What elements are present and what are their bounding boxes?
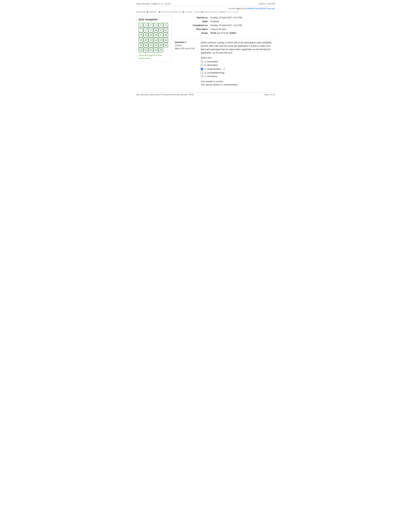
nav-btn-32[interactable]: 32: [144, 48, 148, 52]
nav-btn-6[interactable]: 6: [164, 23, 168, 28]
page-title-top: Psych 28 Quiz: Chapter 5, 6, 7, 8 & 9: [136, 3, 171, 5]
answer-option-e: e. constancy.: [201, 75, 275, 77]
nav-btn-18[interactable]: 18: [164, 33, 168, 38]
radio-b[interactable]: [201, 64, 203, 66]
option-label-e: e. constancy.: [205, 75, 218, 77]
grade-value: 70.00 out of 70.00 (100%): [209, 31, 275, 35]
nav-btn-1[interactable]: 1: [139, 23, 143, 28]
nav-btn-26[interactable]: 26: [144, 43, 148, 48]
nav-btn-29[interactable]: 29: [159, 43, 163, 48]
footer-page: Page 1 of 16: [264, 94, 275, 96]
nav-btn-27[interactable]: 27: [149, 43, 153, 48]
feedback-correct: Your answer is correct.: [201, 80, 275, 83]
nav-btn-3[interactable]: 3: [149, 23, 153, 28]
quiz-nav-title: Quiz navigation: [139, 18, 169, 21]
question-meta: Question 1 Correct Mark 2.00 out of 2.00: [175, 41, 197, 86]
breadcrumb-sep-4: ▶: [202, 11, 203, 13]
info-row-grade: Grade 70.00 out of 70.00 (100%): [175, 31, 275, 35]
started-on-value: Sunday, 23 April 2017, 6:13 PM: [209, 16, 275, 19]
finish-review-link[interactable]: Finish review: [139, 57, 169, 59]
nav-btn-30[interactable]: 30: [164, 43, 168, 48]
completed-on-label: Completed on: [175, 23, 209, 27]
breadcrumb-sep-1: ▶: [147, 11, 149, 13]
option-label-d: d. counterbalancing.: [205, 71, 225, 74]
nav-btn-13[interactable]: 13: [139, 33, 143, 38]
nav-btn-35[interactable]: 35: [159, 48, 163, 52]
breadcrumb-merritt[interactable]: MERRITT: [149, 11, 159, 13]
nav-btn-19[interactable]: 19: [139, 38, 143, 42]
nav-btn-24[interactable]: 24: [164, 38, 168, 42]
nav-btn-20[interactable]: 20: [144, 38, 148, 42]
nav-btn-16[interactable]: 16: [154, 33, 158, 38]
quiz-navigation: Quiz navigation 123456789101112131415161…: [136, 16, 172, 62]
nav-btn-17[interactable]: 17: [159, 33, 163, 38]
question-content: Derek conducts a study in which half of …: [201, 41, 275, 86]
nav-btn-15[interactable]: 15: [149, 33, 153, 38]
nav-btn-12[interactable]: 12: [164, 28, 168, 32]
state-label: State: [175, 19, 209, 23]
radio-d[interactable]: [201, 71, 203, 74]
breadcrumb-course[interactable]: PSYCH-28-20584-S17: [161, 11, 182, 13]
nav-btn-25[interactable]: 25: [139, 43, 143, 48]
nav-links: Show one page at a time Finish review: [139, 54, 169, 59]
breadcrumb: Dashboard ▶ MERRITT ▶ PSYCH-28-20584-S17…: [136, 11, 275, 13]
option-label-b: b. elimination.: [205, 64, 218, 66]
started-on-label: Started on: [175, 16, 209, 19]
answer-option-d: d. counterbalancing.: [201, 71, 275, 74]
breadcrumb-sep-3: ▶: [183, 11, 185, 13]
time-taken-label: Time taken: [175, 27, 209, 31]
nav-btn-4[interactable]: 4: [154, 23, 158, 28]
show-one-page-link[interactable]: Show one page at a time: [139, 54, 169, 57]
state-value: Finished: [209, 19, 275, 23]
option-label-c: c. randomization.: [205, 68, 222, 70]
content-area: Started on Sunday, 23 April 2017, 6:13 P…: [175, 16, 275, 86]
nav-btn-7[interactable]: 7: [139, 28, 143, 32]
datetime: 5/30/17, 5:43 PM: [259, 3, 275, 5]
nav-btn-33[interactable]: 33: [149, 48, 153, 52]
completed-on-value: Sunday, 23 April 2017, 9:12 PM: [209, 23, 275, 27]
login-info: You are logged in as SAMIRAH ALDABASHI (…: [136, 7, 275, 10]
nav-btn-31[interactable]: 31: [139, 48, 143, 52]
nav-btn-28[interactable]: 28: [154, 43, 158, 48]
answer-option-c: c. randomization. ✓: [201, 67, 275, 70]
logout-link[interactable]: Log out: [268, 7, 274, 10]
nav-btn-9[interactable]: 9: [149, 28, 153, 32]
login-prefix: You are logged in as: [228, 7, 246, 10]
question-text: Derek conducts a study in which half of …: [201, 41, 275, 55]
radio-e[interactable]: [201, 75, 203, 77]
nav-btn-11[interactable]: 11: [159, 28, 163, 32]
checkmark-icon: ✓: [223, 67, 225, 70]
nav-btn-34[interactable]: 34: [154, 48, 158, 52]
answer-option-b: b. elimination.: [201, 64, 275, 66]
main-layout: Quiz navigation 123456789101112131415161…: [136, 16, 275, 86]
quiz-info-table: Started on Sunday, 23 April 2017, 6:13 P…: [175, 16, 275, 35]
nav-btn-10[interactable]: 10: [154, 28, 158, 32]
option-label-a: a. termination: [205, 60, 218, 63]
nav-btn-14[interactable]: 14: [144, 33, 148, 38]
nav-btn-2[interactable]: 2: [144, 23, 148, 28]
answer-options: a. terminationb. elimination.c. randomiz…: [201, 60, 275, 77]
footer-url: http://eperalta.org/spring2017/mod/quiz/…: [136, 94, 194, 96]
footer: http://eperalta.org/spring2017/mod/quiz/…: [136, 92, 275, 96]
question-label: Question 1: [175, 41, 197, 44]
grade-percent: 100%: [230, 32, 236, 34]
time-taken-value: 2 hours 59 mins: [209, 27, 275, 31]
question-status: Correct: [175, 44, 197, 47]
username-link[interactable]: SAMIRAH ALDABASHI: [246, 7, 267, 10]
grade-label: Grade: [175, 31, 209, 35]
nav-btn-23[interactable]: 23: [159, 38, 163, 42]
breadcrumb-current: Psych 28 Quiz: Chapter 5, 6, 7, 8 & 9: [204, 11, 238, 13]
radio-a[interactable]: [201, 60, 203, 63]
breadcrumb-sep-2: ▶: [159, 11, 160, 13]
nav-btn-21[interactable]: 21: [149, 38, 153, 42]
info-row-started: Started on Sunday, 23 April 2017, 6:13 P…: [175, 16, 275, 19]
nav-btn-8[interactable]: 8: [144, 28, 148, 32]
breadcrumb-week[interactable]: 12 April - 18 April: [185, 11, 201, 13]
top-bar: Psych 28 Quiz: Chapter 5, 6, 7, 8 & 9 5/…: [136, 2, 275, 6]
nav-btn-22[interactable]: 22: [154, 38, 158, 42]
nav-grid: 1234567891011121314151617181920212223242…: [139, 23, 169, 52]
info-row-completed: Completed on Sunday, 23 April 2017, 9:12…: [175, 23, 275, 27]
radio-c[interactable]: [201, 68, 203, 70]
breadcrumb-dashboard[interactable]: Dashboard: [136, 11, 147, 13]
nav-btn-5[interactable]: 5: [159, 23, 163, 28]
